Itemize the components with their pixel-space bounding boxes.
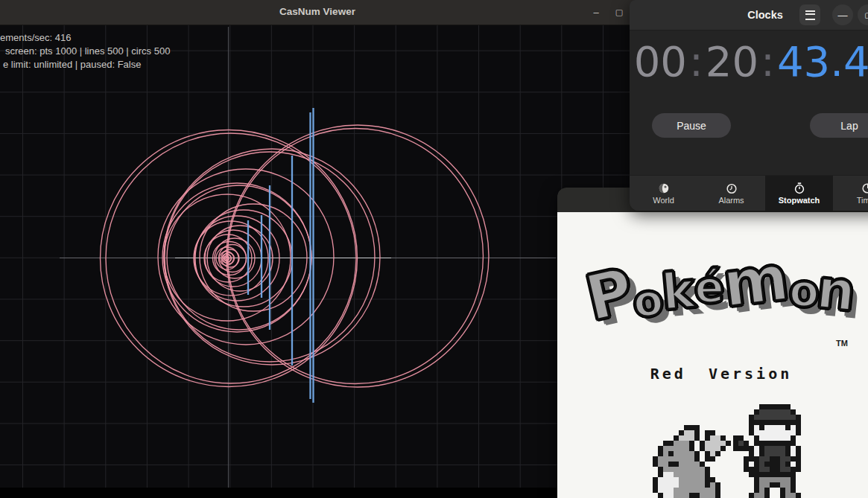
pokemon-window[interactable]: Pokémon TM Red Version ©'95,'96,'98 GAME…: [557, 188, 868, 498]
clocks-minimize-button[interactable]: —: [832, 4, 853, 25]
casnum-minimize-button[interactable]: –: [586, 1, 606, 22]
stopwatch-icon: [793, 182, 805, 194]
stopwatch-minutes: 00: [634, 37, 687, 86]
logo-letter: o: [789, 266, 819, 316]
charmander-sprite: [653, 425, 736, 498]
logo-letter: n: [814, 257, 859, 323]
clocks-headerbar[interactable]: Clocks — ▢: [630, 0, 868, 31]
clocks-window-title: Clocks: [747, 9, 783, 21]
tab-stopwatch-label: Stopwatch: [779, 196, 820, 205]
tab-timer-label: Timer: [857, 196, 868, 205]
pokemon-version-subtitle: Red Version: [557, 365, 868, 383]
clocks-menu-button[interactable]: [799, 4, 820, 25]
stopwatch-time-display: 00:20:43.44: [630, 39, 868, 85]
stopwatch-pause-button[interactable]: Pause: [652, 113, 731, 138]
stopwatch-separator: :: [758, 37, 777, 86]
tab-stopwatch[interactable]: Stopwatch: [765, 176, 833, 211]
stopwatch-fraction: 43.44: [777, 37, 868, 86]
hamburger-icon: [805, 10, 815, 20]
timer-icon: [861, 182, 868, 194]
clocks-window[interactable]: Clocks — ▢ 00:20:43.44 Pause Lap World: [630, 0, 868, 211]
trainer-red-sprite: [733, 404, 811, 498]
logo-letter: k: [659, 261, 697, 322]
globe-icon: [658, 182, 670, 194]
stopwatch-lap-button[interactable]: Lap: [810, 113, 868, 138]
tab-world[interactable]: World: [630, 176, 697, 211]
tab-alarms-label: Alarms: [718, 196, 744, 205]
stopwatch-separator: :: [687, 37, 706, 86]
casnum-window-title: CasNum Viewer: [279, 6, 355, 17]
tab-timer[interactable]: Timer: [833, 176, 868, 211]
logo-letter: é: [694, 262, 724, 313]
desktop: ements/sec: 416 screen: pts 1000 | lines…: [0, 0, 868, 498]
stopwatch-seconds: 20: [706, 37, 758, 86]
clocks-maximize-button[interactable]: ▢: [858, 4, 868, 25]
stat-elements-per-sec: ements/sec: 416: [0, 31, 170, 45]
tab-world-label: World: [653, 196, 674, 205]
stat-screen-counts: screen: pts 1000 | lines 500 | circs 500: [5, 45, 170, 58]
logo-letter: m: [719, 241, 793, 322]
pokemon-game-screen[interactable]: Pokémon TM Red Version ©'95,'96,'98 GAME…: [557, 212, 868, 498]
clocks-view-switcher: World Alarms Stopwatch: [630, 175, 868, 211]
pokemon-logo: Pokémon: [584, 241, 859, 328]
casnum-maximize-button[interactable]: ▢: [609, 1, 629, 22]
alarm-clock-icon: [726, 182, 738, 194]
tab-alarms[interactable]: Alarms: [697, 176, 765, 211]
casnum-stats-overlay: ements/sec: 416 screen: pts 1000 | lines…: [0, 31, 170, 71]
pokemon-trademark: TM: [836, 339, 848, 348]
stat-limit-paused: e limit: unlimited | paused: False: [3, 58, 170, 71]
